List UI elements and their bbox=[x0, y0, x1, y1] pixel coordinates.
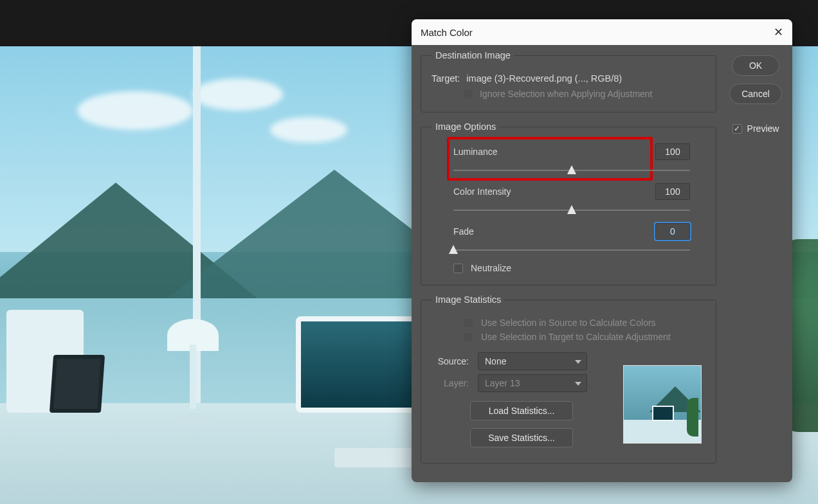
layer-value: Layer 13 bbox=[485, 378, 520, 388]
close-icon[interactable]: ✕ bbox=[774, 26, 783, 38]
fade-slider[interactable] bbox=[453, 245, 690, 256]
color-intensity-input[interactable] bbox=[655, 183, 690, 200]
source-value: None bbox=[485, 356, 506, 366]
lamp-prop bbox=[154, 319, 232, 422]
neutralize-label: Neutralize bbox=[471, 263, 511, 273]
preview-checkbox[interactable] bbox=[732, 124, 742, 134]
use-source-selection-checkbox bbox=[464, 318, 473, 328]
neutralize-checkbox[interactable] bbox=[453, 264, 463, 273]
statistics-preview-thumbnail bbox=[623, 365, 702, 444]
luminance-label: Luminance bbox=[453, 147, 498, 157]
dialog-title: Match Color bbox=[421, 27, 473, 38]
ok-button[interactable]: OK bbox=[732, 55, 779, 76]
destination-image-group: Destination Image Target: image (3)-Reco… bbox=[421, 50, 716, 113]
use-target-selection-checkbox bbox=[464, 332, 473, 342]
target-label: Target: bbox=[432, 73, 460, 84]
cloud bbox=[77, 91, 193, 130]
load-statistics-button[interactable]: Load Statistics... bbox=[470, 401, 573, 420]
fade-option: Fade bbox=[453, 223, 690, 256]
cancel-button[interactable]: Cancel bbox=[729, 84, 782, 104]
cloud bbox=[193, 78, 283, 111]
match-color-dialog: Match Color ✕ OK Cancel Preview Destinat… bbox=[412, 19, 792, 482]
luminance-slider[interactable] bbox=[453, 165, 690, 177]
image-options-group: Image Options Luminance Color Inte bbox=[421, 122, 716, 285]
color-intensity-label: Color Intensity bbox=[453, 186, 511, 197]
luminance-option: Luminance bbox=[453, 143, 690, 177]
color-intensity-option: Color Intensity bbox=[453, 183, 690, 217]
fade-input[interactable] bbox=[655, 223, 690, 240]
image-statistics-legend: Image Statistics bbox=[432, 294, 505, 305]
target-value: image (3)-Recovered.png (..., RGB/8) bbox=[466, 73, 622, 84]
dialog-titlebar[interactable]: Match Color ✕ bbox=[412, 19, 792, 45]
luminance-input[interactable] bbox=[655, 143, 690, 160]
source-label: Source: bbox=[432, 356, 469, 366]
use-source-selection-label: Use Selection in Source to Calculate Col… bbox=[481, 318, 656, 328]
layer-label: Layer: bbox=[432, 378, 469, 388]
color-intensity-slider[interactable] bbox=[453, 205, 690, 217]
image-options-legend: Image Options bbox=[432, 122, 500, 132]
monitor-prop bbox=[296, 316, 418, 413]
cloud bbox=[270, 117, 347, 143]
use-target-selection-label: Use Selection in Target to Calculate Adj… bbox=[481, 332, 671, 342]
source-select[interactable]: None bbox=[478, 352, 587, 370]
save-statistics-button[interactable]: Save Statistics... bbox=[470, 428, 573, 447]
image-statistics-group: Image Statistics Use Selection in Source… bbox=[421, 294, 716, 464]
layer-select: Layer 13 bbox=[478, 374, 587, 392]
ignore-selection-checkbox bbox=[464, 89, 473, 99]
ignore-selection-label: Ignore Selection when Applying Adjustmen… bbox=[480, 89, 653, 99]
picture-frame-prop bbox=[50, 355, 105, 413]
preview-label: Preview bbox=[747, 123, 779, 134]
destination-legend: Destination Image bbox=[432, 50, 514, 60]
fade-label: Fade bbox=[453, 226, 474, 237]
